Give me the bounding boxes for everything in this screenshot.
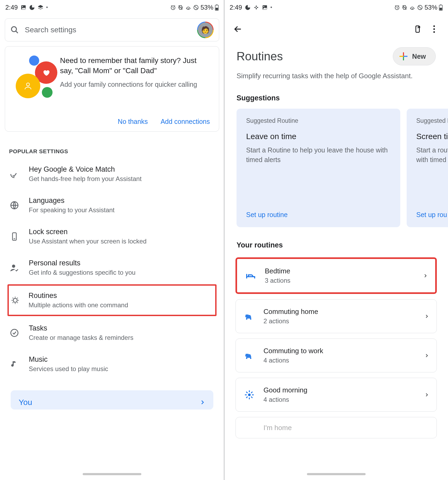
routine-bedtime[interactable]: Bedtime3 actions [235, 257, 437, 294]
svg-line-4 [179, 5, 183, 9]
more-dot: • [46, 4, 48, 10]
routine-im-home[interactable]: I'm home [235, 417, 437, 438]
suggestion-action[interactable]: Set up routine [246, 211, 391, 219]
setting-title: Routines [29, 292, 128, 300]
add-connections-button[interactable]: Add connections [161, 118, 210, 125]
wifi-icon [409, 5, 415, 10]
svg-point-19 [11, 329, 18, 336]
suggestion-card-screen-time[interactable]: Suggested R Screen tim Start a rout with… [407, 109, 448, 227]
promo-art [14, 56, 54, 96]
status-bar: 2:49 • 53% [224, 0, 448, 15]
back-button[interactable] [233, 25, 242, 34]
svg-point-13 [26, 83, 29, 86]
promo-subtitle: Add your family connections for quicker … [60, 81, 210, 88]
car-icon [243, 349, 255, 362]
svg-point-17 [12, 265, 15, 268]
image-icon [262, 5, 268, 10]
app-icon [29, 5, 35, 10]
svg-point-5 [188, 8, 189, 9]
no-thanks-button[interactable]: No thanks [118, 118, 148, 125]
svg-line-49 [251, 396, 253, 398]
routine-sub: 3 actions [265, 277, 415, 284]
battery-icon [439, 4, 443, 11]
voice-icon [9, 169, 20, 179]
svg-point-26 [263, 6, 264, 7]
suggestion-card-leave-on-time[interactable]: Suggested Routine Leave on time Start a … [237, 109, 400, 227]
routines-screen: 2:49 • 53% Routines [224, 0, 448, 480]
home-icon [243, 422, 255, 434]
search-icon [10, 26, 19, 34]
highlight-routines: RoutinesMultiple actions with one comman… [7, 284, 217, 316]
routine-title: Commuting to work [263, 347, 416, 355]
setting-personal-results[interactable]: Personal resultsGet info & suggestions s… [0, 252, 224, 283]
setting-sub: Services used to play music [29, 365, 108, 373]
setting-title: Languages [29, 196, 115, 205]
nav-handle[interactable] [83, 473, 141, 475]
suggestion-action[interactable]: Set up rou [416, 211, 448, 219]
app-icon [245, 5, 251, 10]
setting-title: Tasks [29, 324, 133, 332]
svg-point-41 [246, 357, 247, 359]
svg-rect-33 [440, 5, 441, 5]
setting-lock-screen[interactable]: Lock screenUse Assistant when your scree… [0, 221, 224, 252]
chevron-right-icon [424, 353, 429, 358]
svg-line-7 [194, 6, 198, 9]
person-check-icon [9, 262, 20, 273]
setting-sub: Get info & suggestions specific to you [29, 269, 135, 276]
bed-icon [245, 270, 257, 282]
suggestion-label: Suggested Routine [246, 117, 391, 124]
svg-line-31 [418, 6, 422, 9]
globe-icon [9, 200, 20, 211]
svg-line-12 [16, 31, 18, 33]
chevron-right-icon [424, 392, 429, 397]
svg-line-48 [246, 392, 247, 393]
subtitle: Simplify recurring tasks with the help o… [224, 65, 448, 80]
setting-title: Lock screen [29, 228, 147, 236]
svg-rect-23 [256, 5, 257, 7]
you-card[interactable]: You [11, 390, 213, 410]
dnd-icon [193, 5, 199, 10]
svg-rect-21 [254, 7, 256, 8]
svg-point-38 [433, 31, 435, 33]
setting-sub: Get hands-free help from your Assistant [29, 175, 142, 183]
routine-commuting-work[interactable]: Commuting to work4 actions [235, 339, 437, 372]
svg-line-28 [403, 5, 407, 9]
settings-screen: 2:49 • 53% [0, 0, 224, 480]
svg-point-1 [22, 6, 23, 7]
dnd-icon [417, 5, 423, 10]
you-label: You [19, 398, 32, 407]
svg-point-18 [13, 298, 17, 302]
chevron-right-icon [199, 399, 205, 405]
plus-icon [399, 52, 407, 60]
clock: 2:49 [5, 4, 18, 11]
page-title: Routines [237, 50, 283, 63]
more-dot: • [270, 4, 272, 10]
wifi-icon [185, 5, 191, 10]
setting-sub: Multiple actions with one command [29, 301, 128, 309]
setting-title: Music [29, 355, 108, 364]
search-settings[interactable]: Search settings 🧑 [5, 18, 219, 41]
nav-handle[interactable] [307, 473, 366, 475]
new-routine-button[interactable]: New [393, 47, 436, 65]
setting-music[interactable]: MusicServices used to play music [0, 348, 224, 380]
clock: 2:49 [230, 4, 242, 11]
app-icon2 [38, 5, 43, 10]
svg-point-39 [246, 318, 247, 320]
shortcut-icon[interactable] [413, 25, 422, 33]
setting-routines[interactable]: RoutinesMultiple actions with one comman… [9, 290, 214, 310]
setting-languages[interactable]: LanguagesFor speaking to your Assistant [0, 190, 224, 221]
svg-point-40 [250, 318, 251, 320]
routine-sub: 2 actions [263, 317, 416, 325]
new-label: New [412, 53, 426, 60]
setting-sub: Create or manage tasks & reminders [29, 334, 133, 341]
routine-commuting-home[interactable]: Commuting home2 actions [235, 299, 437, 333]
setting-tasks[interactable]: TasksCreate or manage tasks & reminders [0, 317, 224, 348]
alarm-icon [394, 5, 400, 10]
suggestions-carousel[interactable]: Suggested Routine Leave on time Start a … [224, 109, 448, 227]
avatar[interactable]: 🧑 [197, 22, 214, 38]
more-menu-button[interactable] [433, 25, 435, 33]
routine-title: Commuting home [263, 308, 416, 316]
setting-voice-match[interactable]: Hey Google & Voice MatchGet hands-free h… [0, 158, 224, 190]
setting-sub: For speaking to your Assistant [29, 206, 115, 214]
routine-good-morning[interactable]: Good morning4 actions [235, 378, 437, 412]
